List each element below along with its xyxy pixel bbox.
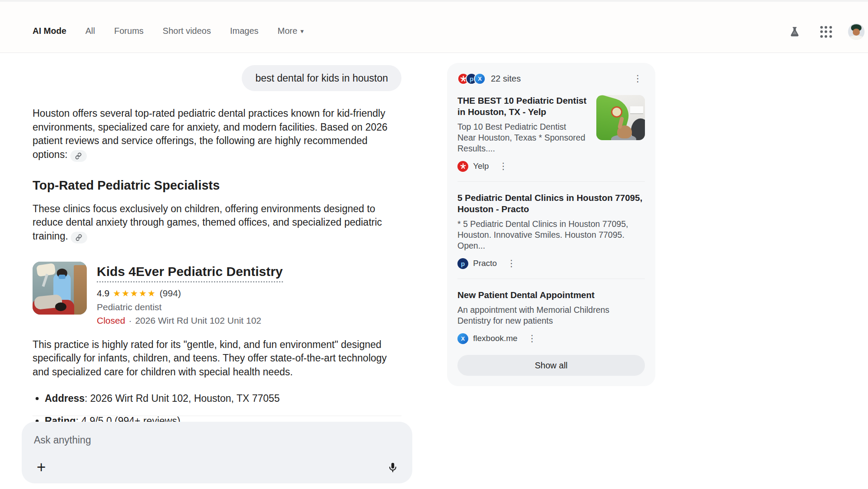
source-attribution: p Practo ⋮: [457, 257, 645, 269]
thumb-art: [611, 106, 622, 118]
ask-input[interactable]: [34, 431, 338, 449]
rating-value: 4.9: [97, 288, 109, 299]
x-favicon-icon: X: [474, 73, 486, 85]
status-badge: Closed: [97, 315, 125, 326]
search-header: AI Mode All Forums Short videos Images M…: [0, 2, 868, 53]
add-attachment-button[interactable]: +: [31, 457, 51, 477]
source-card-practo[interactable]: 5 Pediatric Dental Clinics in Houston 77…: [457, 192, 645, 269]
user-query-bubble: best dental for kids in houston: [242, 65, 401, 91]
user-query-row: best dental for kids in houston: [33, 65, 401, 91]
source-attribution: Yelp ⋮: [457, 160, 645, 172]
divider: [457, 181, 645, 182]
tab-forums[interactable]: Forums: [114, 26, 144, 36]
ai-mode-results-page: AI Mode All Forums Short videos Images M…: [0, 0, 868, 489]
photo-art: [59, 275, 66, 279]
tab-images[interactable]: Images: [230, 26, 259, 36]
tab-short-videos[interactable]: Short videos: [163, 26, 211, 36]
source-name: flexbook.me: [473, 334, 517, 343]
separator-dot: ·: [128, 315, 132, 326]
sources-panel-header: p X 22 sites ⋮: [457, 72, 645, 85]
avatar-art: [853, 29, 860, 36]
section-heading: Top-Rated Pediatric Specialists: [33, 178, 401, 193]
business-status-line: Closed · 2026 Wirt Rd Unit 102 Unit 102: [97, 315, 283, 326]
photo-art: [74, 265, 87, 315]
sites-count-label: 22 sites: [491, 74, 521, 84]
source-snippet: * 5 Pediatric Dental Clinics in Houston …: [457, 219, 645, 251]
yelp-favicon-icon: [457, 161, 468, 172]
thumb-art: [630, 106, 643, 113]
source-snippet: An appointment with Memorial Childrens D…: [457, 305, 645, 326]
card-overflow-menu-icon[interactable]: ⋮: [525, 332, 539, 345]
result-tabs: AI Mode All Forums Short videos Images M…: [33, 26, 304, 36]
business-photo[interactable]: [33, 262, 87, 315]
intro-paragraph: Houston offers several top-rated pediatr…: [33, 107, 399, 162]
source-attribution: X flexbook.me ⋮: [457, 332, 645, 345]
tab-all[interactable]: All: [85, 26, 95, 36]
star-icons: ★★★★★: [113, 288, 156, 299]
source-name: Yelp: [473, 161, 489, 171]
google-apps-grid-icon[interactable]: [817, 23, 835, 41]
tab-more[interactable]: More ▾: [278, 26, 304, 36]
source-card-yelp[interactable]: THE BEST 10 Pediatric Dentist in Houston…: [457, 95, 645, 172]
business-category: Pediatric dentist: [97, 302, 283, 312]
profile-avatar[interactable]: [848, 23, 865, 40]
list-item: Address: 2026 Wirt Rd Unit 102, Houston,…: [45, 392, 401, 405]
microphone-icon[interactable]: [383, 457, 403, 477]
citation-link-icon[interactable]: [71, 232, 87, 243]
source-title[interactable]: THE BEST 10 Pediatric Dentist in Houston…: [457, 95, 587, 118]
divider: [457, 279, 645, 279]
photo-art: [55, 302, 66, 311]
grid-icon: [820, 26, 832, 38]
business-rating: 4.9 ★★★★★ (994): [97, 288, 283, 299]
ask-anything-bar: +: [22, 422, 412, 483]
source-title[interactable]: New Patient Dental Appointment: [457, 289, 645, 301]
labs-flask-icon[interactable]: [786, 23, 804, 41]
business-info: Kids 4Ever Pediatric Dentistry 4.9 ★★★★★…: [97, 262, 283, 326]
card-overflow-menu-icon[interactable]: ⋮: [504, 257, 519, 269]
chevron-down-icon: ▾: [300, 27, 304, 35]
show-all-button[interactable]: Show all: [457, 355, 645, 376]
source-card-flexbook[interactable]: New Patient Dental Appointment An appoin…: [457, 289, 645, 345]
practo-favicon-icon: p: [457, 258, 468, 269]
flexbook-favicon-icon: X: [457, 333, 468, 344]
flask-icon: [789, 26, 800, 37]
business-name-link[interactable]: Kids 4Ever Pediatric Dentistry: [97, 264, 283, 282]
source-snippet: Top 10 Best Pediatric Dentist Near Houst…: [457, 121, 587, 154]
avatar-art: [849, 36, 864, 40]
card-overflow-menu-icon[interactable]: ⋮: [496, 160, 510, 172]
answer-column: best dental for kids in houston Houston …: [33, 65, 401, 459]
tab-ai-mode[interactable]: AI Mode: [33, 26, 66, 36]
citation-link-icon[interactable]: [70, 150, 87, 162]
divider: [33, 416, 401, 416]
section-paragraph: These clinics focus exclusively on child…: [33, 202, 399, 243]
business-card: Kids 4Ever Pediatric Dentistry 4.9 ★★★★★…: [33, 262, 401, 326]
panel-overflow-menu-icon[interactable]: ⋮: [631, 72, 645, 85]
header-actions: [786, 23, 865, 41]
source-title[interactable]: 5 Pediatric Dental Clinics in Houston 77…: [457, 192, 645, 215]
business-description: This practice is highly rated for its "g…: [33, 338, 399, 379]
favicon-cluster: p X: [457, 73, 486, 85]
source-name: Practo: [473, 259, 497, 268]
review-count: (994): [160, 288, 181, 299]
source-thumbnail[interactable]: [596, 95, 645, 140]
sources-panel: p X 22 sites ⋮ THE BEST 10 Pediatric Den…: [447, 63, 655, 386]
business-address: 2026 Wirt Rd Unit 102 Unit 102: [135, 315, 261, 326]
